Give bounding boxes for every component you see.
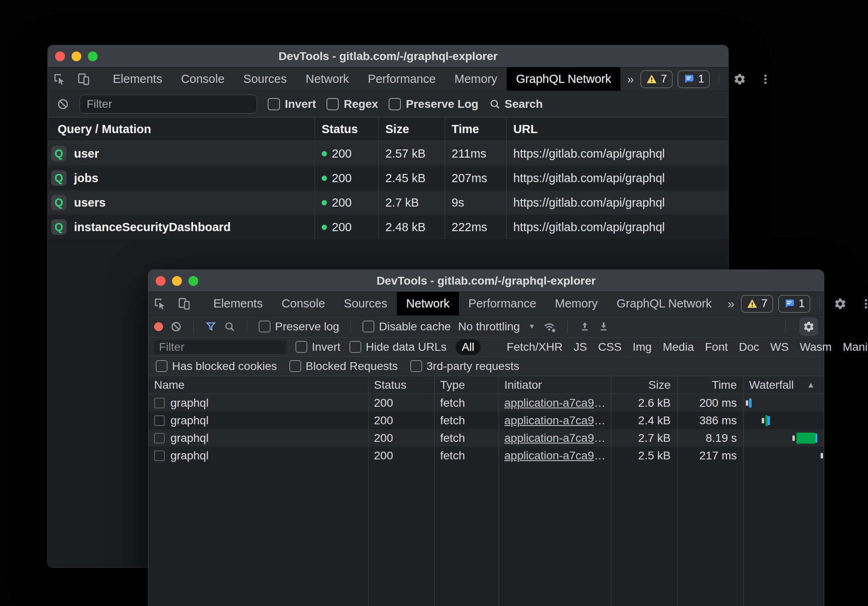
initiator-link[interactable]: application-a7ca9d0… [504,414,611,427]
checkbox[interactable] [349,341,361,353]
graphql-row[interactable]: QinstanceSecurityDashboard 200 2.48 kB 2… [48,215,728,239]
blocked-requests-checkbox[interactable]: Blocked Requests [289,360,398,373]
column-header-type[interactable]: Type [434,376,499,394]
tab-graphql-network[interactable]: GraphQL Network [507,67,621,91]
device-toolbar-icon[interactable] [72,67,95,91]
type-filter-fetch-xhr[interactable]: Fetch/XHR [507,341,563,354]
tab-performance[interactable]: Performance [459,292,546,315]
network-request-row[interactable]: graphql 200 fetch application-a7ca9d0… 2… [148,394,824,412]
preserve-log-checkbox[interactable]: Preserve log [259,320,339,333]
tab-memory[interactable]: Memory [546,292,607,315]
throttling-select[interactable]: No throttling ▼ [458,320,535,333]
type-filter-all[interactable]: All [456,339,481,355]
issues-badge[interactable]: 1 [778,295,810,313]
zoom-button[interactable] [188,276,198,286]
tab-console[interactable]: Console [272,292,334,315]
column-header-query-mutation[interactable]: Query / Mutation [48,118,315,141]
graphql-row[interactable]: Quser 200 2.57 kB 211ms https://gitlab.c… [48,141,728,166]
column-header-time[interactable]: Time [445,118,506,141]
checkbox[interactable] [156,360,168,372]
tab-sources[interactable]: Sources [334,292,396,315]
regex-checkbox[interactable]: Regex [327,98,378,111]
import-har-icon[interactable] [579,321,591,332]
issues-badge[interactable]: 1 [678,70,710,88]
column-header-waterfall[interactable]: Waterfall ▲ [743,376,824,394]
third-party-requests-checkbox[interactable]: 3rd-party requests [410,360,519,373]
clear-icon[interactable] [170,321,182,332]
column-divider[interactable] [499,376,499,606]
network-request-row[interactable]: graphql 200 fetch application-a7ca9d0… 2… [148,412,824,429]
column-divider[interactable] [368,376,369,606]
tab-network[interactable]: Network [397,292,459,315]
type-filter-font[interactable]: Font [705,341,728,354]
tab-network[interactable]: Network [296,67,358,91]
checkbox[interactable] [259,321,271,332]
column-divider[interactable] [677,376,678,606]
column-divider[interactable] [611,376,611,606]
inspect-element-icon[interactable] [148,292,172,315]
checkbox[interactable] [327,98,339,110]
zoom-button[interactable] [88,51,98,61]
tab-elements[interactable]: Elements [103,67,172,91]
warnings-badge[interactable]: 7 [640,70,673,88]
hide-data-urls-checkbox[interactable]: Hide data URLs [349,341,447,354]
close-button[interactable] [156,276,166,286]
initiator-link[interactable]: application-a7ca9d0… [504,449,611,462]
type-filter-doc[interactable]: Doc [739,341,759,354]
close-button[interactable] [55,51,65,61]
column-header-status[interactable]: Status [368,376,434,394]
settings-gear-icon[interactable] [728,73,751,86]
tab-performance[interactable]: Performance [358,67,445,91]
type-filter-img[interactable]: Img [633,341,652,354]
type-filter-css[interactable]: CSS [598,341,622,354]
minimize-button[interactable] [72,51,81,61]
column-header-size[interactable]: Size [378,118,445,141]
network-settings-button[interactable] [799,317,818,336]
invert-checkbox[interactable]: Invert [268,98,316,111]
minimize-button[interactable] [172,276,182,286]
request-checkbox[interactable] [154,433,165,443]
checkbox[interactable] [268,98,280,110]
column-header-initiator[interactable]: Initiator [499,376,611,394]
checkbox[interactable] [362,321,374,332]
more-tabs-button[interactable]: » [721,292,741,315]
disable-cache-checkbox[interactable]: Disable cache [362,320,451,333]
warnings-badge[interactable]: 7 [741,295,773,313]
network-request-row[interactable]: graphql 200 fetch application-a7ca9d0… 2… [148,447,824,464]
type-filter-manifest[interactable]: Manifest [843,341,868,354]
column-divider[interactable] [434,376,435,606]
type-filter-wasm[interactable]: Wasm [800,341,832,354]
more-options-icon[interactable] [857,298,868,310]
tab-graphql-network[interactable]: GraphQL Network [607,292,721,315]
column-header-name[interactable]: Name [148,376,368,394]
inspect-element-icon[interactable] [48,67,72,91]
tab-elements[interactable]: Elements [204,292,272,315]
network-request-row[interactable]: graphql 200 fetch application-a7ca9d0… 2… [148,429,824,447]
column-header-status[interactable]: Status [315,118,378,141]
search-button[interactable]: Search [489,98,543,111]
checkbox[interactable] [289,360,301,372]
filter-funnel-icon[interactable] [205,321,217,332]
initiator-link[interactable]: application-a7ca9d0… [504,432,611,445]
clear-icon[interactable] [57,98,69,110]
filter-input[interactable] [80,95,257,114]
column-header-time[interactable]: Time [677,376,743,394]
more-tabs-button[interactable]: » [620,67,640,91]
column-divider[interactable] [743,376,744,606]
search-icon[interactable] [224,321,235,332]
network-filter-input[interactable] [154,340,286,354]
request-checkbox[interactable] [154,450,165,461]
request-checkbox[interactable] [154,415,165,426]
type-filter-media[interactable]: Media [663,341,694,354]
has-blocked-cookies-checkbox[interactable]: Has blocked cookies [156,360,277,373]
checkbox[interactable] [389,98,401,110]
invert-checkbox[interactable]: Invert [295,341,340,354]
checkbox[interactable] [410,360,422,372]
request-checkbox[interactable] [154,398,165,408]
checkbox[interactable] [295,341,307,353]
device-toolbar-icon[interactable] [172,292,196,315]
column-header-size[interactable]: Size [611,376,677,394]
graphql-row[interactable]: Qjobs 200 2.45 kB 207ms https://gitlab.c… [48,166,728,190]
record-button[interactable] [154,322,163,331]
more-options-icon[interactable] [756,73,775,85]
